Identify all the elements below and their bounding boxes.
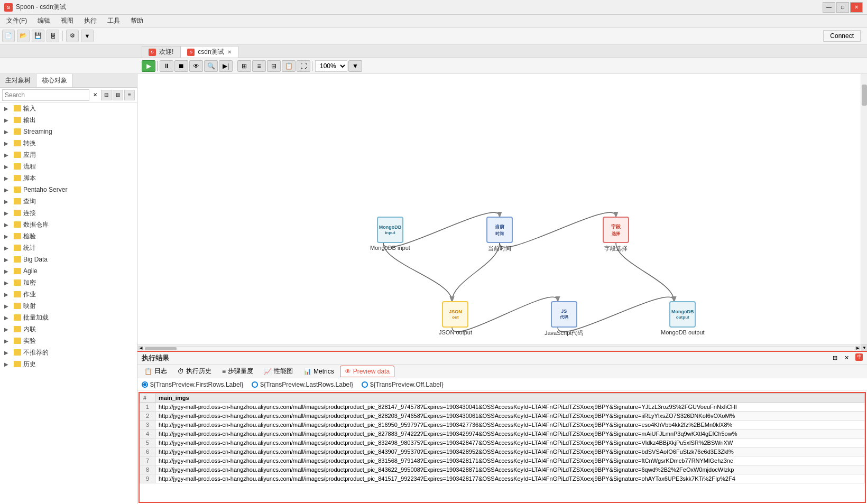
sidebar-item-检验[interactable]: ▶ 检验: [0, 230, 137, 242]
data-table-container[interactable]: #main_imgs1http://jygy-mall-prod.oss-cn-…: [139, 392, 866, 503]
zoom-dropdown-button[interactable]: ▼: [348, 60, 362, 72]
result-tab-4[interactable]: 📊 Metrics: [299, 366, 339, 377]
tree-item-label: Streaming: [23, 128, 52, 135]
preview-option-1[interactable]: ${TransPreview.LastRows.Label}: [252, 381, 353, 388]
result-tab-2[interactable]: ≡ 步骤量度: [217, 366, 258, 377]
sidebar-item-查询[interactable]: ▶ 查询: [0, 195, 137, 207]
collapse-all-button[interactable]: ⊟: [101, 90, 112, 100]
snap-button[interactable]: ⊞: [237, 60, 251, 72]
filter-button[interactable]: ≡: [124, 90, 135, 100]
sidebar-item-流程[interactable]: ▶ 流程: [0, 161, 137, 172]
node-js_code[interactable]: JS 代码 JavaScript代码: [545, 301, 583, 337]
sidebar-item-脚本[interactable]: ▶ 脚本: [0, 172, 137, 184]
new-file-button[interactable]: 📄: [2, 30, 15, 42]
sidebar-item-输出[interactable]: ▶ 输出: [0, 114, 137, 126]
step-button[interactable]: ▶|: [219, 60, 233, 72]
scroll-right-button[interactable]: ▶: [855, 346, 860, 350]
tab-welcome[interactable]: S 欢迎!: [142, 46, 180, 58]
menu-run[interactable]: 执行: [80, 15, 101, 26]
preview-option-0[interactable]: ${TransPreview.FirstRows.Label}: [142, 381, 243, 388]
sidebar-item-Streaming[interactable]: ▶ Streaming: [0, 126, 137, 137]
open-file-button[interactable]: 📂: [17, 30, 30, 42]
pause-button[interactable]: ⏸: [160, 60, 173, 72]
menu-help[interactable]: 帮助: [126, 15, 147, 26]
sidebar-item-不推荐的[interactable]: ▶ 不推荐的: [0, 347, 137, 358]
tab-csdn[interactable]: S csdn测试 ✕: [180, 46, 238, 58]
settings-button[interactable]: ⚙: [66, 30, 79, 42]
sidebar-item-转换[interactable]: ▶ 转换: [0, 137, 137, 149]
fullscreen-button[interactable]: ⛶: [297, 60, 310, 72]
sidebar-item-映射[interactable]: ▶ 映射: [0, 300, 137, 312]
sidebar-item-统计[interactable]: ▶ 统计: [0, 242, 137, 254]
horizontal-scrollbar[interactable]: ◀ ▶: [137, 344, 861, 351]
preview-button[interactable]: 👁: [189, 60, 203, 72]
result-tab-1[interactable]: ⏱ 执行历史: [173, 366, 216, 377]
scrollbar-thumb[interactable]: [862, 85, 867, 106]
sidebar-item-作业[interactable]: ▶ 作业: [0, 288, 137, 300]
close-button[interactable]: ✕: [850, 2, 863, 13]
sidebar-item-Pentaho Server[interactable]: ▶ Pentaho Server: [0, 184, 137, 195]
radio-btn-0[interactable]: [142, 381, 148, 388]
menu-view[interactable]: 视图: [57, 15, 78, 26]
tree-expand-icon: ▶: [4, 268, 12, 274]
distribute-button[interactable]: ⊟: [267, 60, 281, 72]
sidebar-item-连接[interactable]: ▶ 连接: [0, 207, 137, 219]
node-json_output[interactable]: JSON out JSON output: [439, 301, 472, 335]
tree-item-label: 批量加载: [23, 313, 49, 322]
align-button[interactable]: ≡: [252, 60, 266, 72]
search-input[interactable]: [2, 89, 89, 101]
sidebar-item-实验[interactable]: ▶ 实验: [0, 335, 137, 347]
tab-icon-1: ⏱: [178, 368, 184, 375]
radio-btn-1[interactable]: [252, 381, 258, 388]
flow-canvas[interactable]: MongoDB input MongoDB input 当前 时间 当前时间 字…: [137, 74, 867, 351]
settings-dropdown-button[interactable]: ▼: [81, 30, 94, 42]
vertical-scrollbar[interactable]: ▼: [861, 74, 867, 351]
tab-close-button[interactable]: ✕: [227, 49, 232, 55]
radio-btn-2[interactable]: [362, 381, 368, 388]
sidebar-tab-main[interactable]: 主对象树: [0, 74, 36, 87]
window-controls[interactable]: — □ ✕: [823, 2, 863, 13]
result-tab-3[interactable]: 📈 性能图: [259, 366, 298, 377]
preview-option-2[interactable]: ${TransPreview.Off.Label}: [362, 381, 444, 388]
sidebar-item-数据仓库[interactable]: ▶ 数据仓库: [0, 219, 137, 230]
table-row: 5http://jygy-mall-prod.oss-cn-hangzhou.a…: [140, 438, 865, 447]
note-button[interactable]: 📋: [282, 60, 296, 72]
sidebar-item-Big Data[interactable]: ▶ Big Data: [0, 254, 137, 265]
connect-button[interactable]: Connect: [823, 30, 861, 42]
node-field_select[interactable]: 字段 选择 字段选择: [603, 217, 629, 253]
tree-expand-icon: ▶: [4, 117, 12, 123]
sidebar-item-输入[interactable]: ▶ 输入: [0, 102, 137, 114]
run-button[interactable]: ▶: [142, 60, 155, 72]
sidebar-item-应用[interactable]: ▶ 应用: [0, 149, 137, 161]
scroll-left-button[interactable]: ◀: [139, 346, 143, 350]
zoom-select[interactable]: 100% 50% 75% 125% 150%: [315, 60, 347, 72]
sidebar-item-批量加载[interactable]: ▶ 批量加载: [0, 312, 137, 323]
minimize-button[interactable]: —: [823, 2, 835, 13]
save-button[interactable]: 💾: [32, 30, 44, 42]
stop-button[interactable]: ⏹: [174, 60, 188, 72]
horizontal-thumb[interactable]: [145, 347, 177, 350]
debug-button[interactable]: 🔍: [204, 60, 218, 72]
result-tab-5[interactable]: 👁 Preview data: [340, 366, 394, 377]
table-header-1: main_imgs: [155, 394, 865, 403]
node-mongodb_input[interactable]: MongoDB input MongoDB input: [370, 217, 410, 251]
sidebar-item-内联[interactable]: ▶ 内联: [0, 323, 137, 335]
maximize-button[interactable]: □: [836, 2, 849, 13]
scroll-down-button[interactable]: ▼: [861, 344, 867, 351]
sidebar-item-历史[interactable]: ▶ 历史: [0, 358, 137, 370]
save-as-button[interactable]: 🗄: [47, 30, 59, 42]
result-tab-0[interactable]: 📋 日志: [140, 366, 172, 377]
menu-file[interactable]: 文件(F): [2, 15, 31, 26]
sidebar-item-Agile[interactable]: ▶ Agile: [0, 265, 137, 277]
result-expand-button[interactable]: ⊞: [830, 353, 840, 363]
result-close-button[interactable]: ✕: [842, 353, 851, 363]
row-num-5: 6: [140, 447, 155, 456]
menu-edit[interactable]: 编辑: [33, 15, 54, 26]
search-clear-button[interactable]: ✕: [90, 90, 100, 100]
node-mongodb_output[interactable]: MongoDB output MongoDB output: [661, 301, 705, 335]
sidebar-item-加密[interactable]: ▶ 加密: [0, 277, 137, 288]
menu-tools[interactable]: 工具: [103, 15, 124, 26]
sidebar-tab-core[interactable]: 核心对象: [36, 74, 73, 87]
expand-all-button[interactable]: ⊞: [113, 90, 123, 100]
node-current_time[interactable]: 当前 时间 当前时间: [486, 217, 513, 253]
